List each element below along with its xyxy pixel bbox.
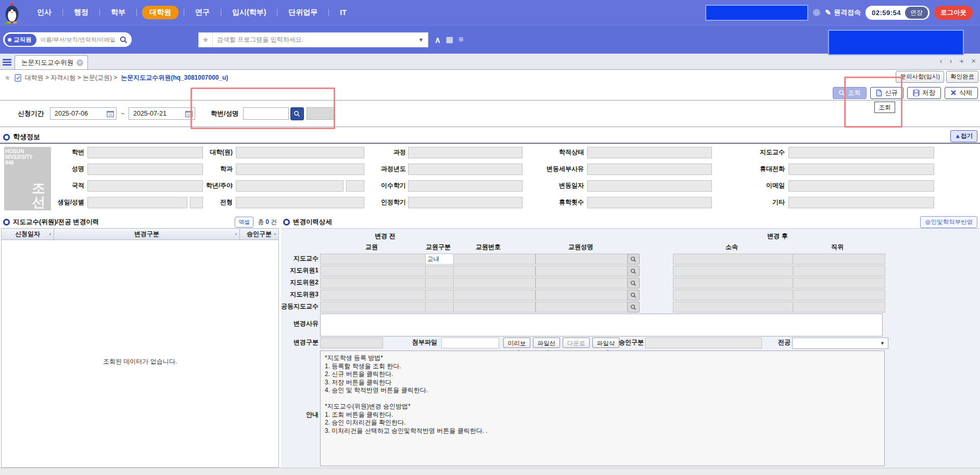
period-label: 신청기간 [18, 109, 44, 118]
photo-watermark-line: HOSUN [5, 148, 51, 154]
more-handle-icon[interactable]: … [813, 9, 820, 16]
tab-close-all-icon[interactable]: × [971, 57, 976, 65]
column-header-changetype[interactable]: 변경구분▲ [54, 229, 240, 240]
chevron-down-icon[interactable]: ▼ [418, 37, 428, 43]
chevron-down-icon: ▼ [880, 341, 885, 346]
collapse-button[interactable]: ▲접기 [950, 130, 977, 142]
nav-item-haengjeong[interactable]: 행정 [63, 8, 99, 17]
date-from-value: 2025-07-06 [55, 110, 88, 117]
injeonghakgi-field [408, 197, 523, 208]
faculty-search-button[interactable] [627, 278, 640, 289]
nav-item-it[interactable]: IT [329, 8, 357, 17]
extend-session-button[interactable]: 연장 [905, 7, 928, 19]
gita-field [788, 197, 934, 208]
total-count-number: 0 [265, 218, 269, 226]
reason-textarea[interactable] [320, 314, 883, 336]
calendar-icon[interactable] [107, 110, 114, 117]
nav-item-daehagwon-active[interactable]: 대학원 [142, 6, 179, 19]
new-document-icon [876, 90, 882, 96]
tab-active[interactable]: 논문지도교수위원 ✕ [15, 55, 88, 69]
faculty-type-field [425, 290, 454, 301]
hyuhakhoessu-field [587, 197, 712, 208]
search-scope-pill[interactable]: 교직원 [5, 34, 36, 46]
list-view-icon[interactable]: ≡ [459, 35, 463, 44]
field-label: 성명 [54, 164, 84, 174]
people-search-box[interactable]: 교직원 [3, 32, 132, 47]
preview-button[interactable]: 미리보기 [503, 338, 530, 348]
field-label: 학년/주야 [205, 180, 233, 191]
haknyeon-field [236, 180, 343, 192]
before-span-header: 변경 전 [320, 232, 450, 241]
hakbeon-field [87, 147, 203, 158]
row-label: 공동지도교수 [281, 302, 319, 311]
faculty-name-field [536, 266, 629, 277]
field-label: 학적상태 [526, 147, 584, 157]
student-search-button[interactable] [290, 107, 304, 120]
tab-close-icon[interactable]: ✕ [77, 59, 83, 66]
save-button[interactable]: 저장 [907, 87, 941, 99]
confirm-done-button[interactable]: 확인완료 [946, 71, 978, 83]
new-button[interactable]: 신규 [870, 87, 903, 99]
favorite-star-icon[interactable]: ★ [199, 33, 213, 47]
quick-buttons: 문의사항(임시) 확인완료 [896, 71, 978, 83]
approve-reflect-button[interactable]: 승인및학적부반영 [920, 216, 977, 228]
nav-item-yeongu[interactable]: 연구 [184, 8, 221, 17]
row-label: 지도위원3 [281, 290, 319, 299]
program-search-box[interactable]: ★ ▼ [198, 32, 428, 47]
section-bullet-icon [3, 219, 10, 226]
field-label: 전형 [205, 197, 233, 207]
nav-item-danwi[interactable]: 단위업무 [277, 8, 328, 17]
redacted-user-box [705, 5, 808, 21]
date-to-input[interactable]: 2025-07-21 [129, 107, 195, 120]
penguin-logo-icon [2, 2, 23, 24]
inquiry-button[interactable]: 문의사항(임시) [896, 71, 944, 83]
history-table-body[interactable]: 조회된 데이터가 없습니다. [2, 240, 278, 467]
column-header-approval[interactable]: 승인구분▲ [240, 229, 278, 240]
delete-button[interactable]: 삭제 [945, 87, 978, 99]
sort-asc-icon[interactable]: ▲ [48, 232, 52, 235]
row-label: 지도교수 [281, 254, 319, 264]
student-info-title: 학생정보 [13, 132, 40, 142]
nav-item-hakbu[interactable]: 학부 [100, 8, 136, 17]
bookmark-star-icon[interactable]: ★ [4, 73, 11, 82]
view-toggle-icons: ∧ ▦ ≡ [435, 35, 463, 45]
col-header-faculty-name: 교원성명 [536, 243, 626, 252]
top-nav-bar: 인사 행정 학부 대학원 연구 입시(학부) 단위업무 IT … ✎ 원격접속 … [0, 0, 980, 25]
collapse-up-icon[interactable]: ∧ [435, 35, 441, 45]
tab-prev-icon[interactable]: ‹ [939, 57, 942, 65]
field-label: 과정 [367, 147, 406, 157]
grid-view-icon[interactable]: ▦ [446, 35, 453, 44]
field-label: 지도교수 [715, 147, 785, 157]
faculty-search-button[interactable] [627, 254, 640, 265]
after-span-header: 변경 후 [673, 232, 882, 241]
student-id-name-input[interactable] [243, 107, 289, 120]
download-button[interactable]: 다운로드 [563, 338, 590, 348]
change-type-field [320, 338, 383, 348]
nav-item-insa[interactable]: 인사 [26, 8, 62, 17]
search-button[interactable]: 조회 [833, 87, 867, 99]
column-header-date[interactable]: 신청일자▲ [2, 229, 54, 240]
major-select[interactable]: ▼ [792, 338, 888, 349]
faculty-no-field [453, 254, 536, 265]
faculty-search-button[interactable] [627, 266, 640, 277]
tab-add-icon[interactable]: + [959, 57, 964, 65]
excel-button[interactable]: 엑셀 [235, 217, 253, 228]
breadcrumb-row: ★ 대학원 > 자격시험 > 논문(교원) > 논문지도교수위원(hq_3081… [0, 70, 980, 85]
field-label: 과정년도 [367, 164, 406, 174]
people-search-input[interactable] [40, 36, 117, 43]
nav-item-ipsi[interactable]: 입시(학부) [221, 8, 277, 17]
faculty-search-button[interactable] [627, 290, 640, 301]
remote-access-link[interactable]: ✎ 원격접속 [825, 8, 861, 17]
sort-asc-icon[interactable]: ▲ [273, 232, 277, 235]
redacted-dropdown-box [828, 30, 964, 55]
tab-next-icon[interactable]: › [949, 57, 952, 65]
date-from-input[interactable]: 2025-07-06 [50, 107, 117, 120]
search-icon[interactable] [120, 36, 128, 44]
program-search-input[interactable] [213, 36, 418, 43]
calendar-icon[interactable] [185, 110, 193, 117]
file-select-button[interactable]: 파일선택 [533, 338, 560, 348]
logout-button[interactable]: 로그아웃 [934, 6, 973, 20]
sort-asc-icon[interactable]: ▲ [234, 232, 238, 235]
menu-hamburger-icon[interactable] [3, 59, 11, 66]
faculty-search-button[interactable] [627, 302, 640, 312]
